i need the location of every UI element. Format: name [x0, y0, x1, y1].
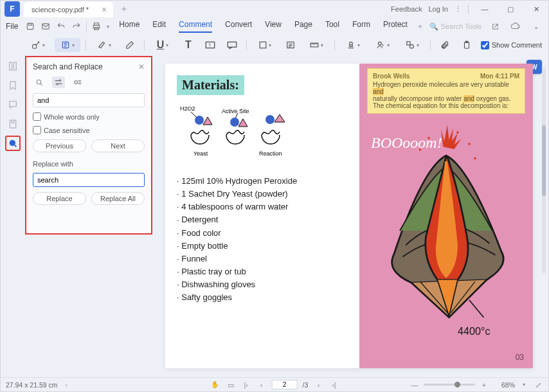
mode-advanced-icon[interactable] [71, 76, 84, 88]
tool-measure[interactable]: ▾ [303, 38, 329, 52]
prev-page-icon[interactable]: ‹ [256, 381, 267, 389]
case-sensitive-label: Case sensitive [44, 127, 90, 134]
rail-bookmarks-icon[interactable] [5, 78, 21, 93]
hand-tool-icon[interactable]: ✋ [210, 380, 221, 389]
maximize-icon[interactable]: ▢ [501, 2, 520, 16]
mode-search-icon[interactable] [33, 76, 46, 88]
login-link[interactable]: Log In [428, 5, 448, 13]
chevron-left-icon[interactable]: ‹ [66, 381, 68, 389]
replace-button[interactable]: Replace [33, 192, 86, 205]
svg-point-30 [230, 118, 239, 127]
show-comment-checkbox[interactable] [481, 41, 489, 49]
next-page-icon[interactable]: › [313, 381, 323, 389]
tool-shape[interactable]: ▾ [252, 38, 278, 52]
menu-home[interactable]: Home [119, 20, 140, 33]
redo-icon[interactable] [69, 19, 84, 33]
tool-clipboard[interactable] [458, 38, 476, 52]
select-tool-icon[interactable]: ▭ [226, 381, 236, 389]
svg-rect-10 [228, 42, 236, 47]
tool-cursor[interactable]: ▾ [25, 38, 51, 52]
scroll-thumb[interactable] [542, 125, 546, 196]
mail-icon[interactable] [39, 19, 53, 33]
minimize-icon[interactable]: — [475, 2, 494, 16]
tool-text[interactable]: T [179, 38, 197, 52]
print-icon[interactable] [89, 19, 104, 33]
zoom-dropdown-icon[interactable]: ▾ [519, 382, 529, 388]
menu-view[interactable]: View [265, 20, 282, 33]
rail-attachments-icon[interactable] [5, 116, 21, 132]
tool-attach[interactable] [436, 38, 454, 52]
scrollbar[interactable] [542, 67, 546, 273]
save-icon[interactable] [23, 19, 37, 33]
zoom-out-icon[interactable]: — [410, 381, 420, 389]
tool-stamp[interactable]: ▾ [340, 38, 366, 52]
chevron-down-icon[interactable]: ⌄ [529, 19, 543, 33]
replace-all-button[interactable]: Replace All [91, 192, 145, 205]
share-link-icon[interactable] [488, 19, 502, 33]
svg-marker-27 [203, 117, 212, 125]
file-menu[interactable]: File [6, 22, 18, 31]
tool-shapes2[interactable]: ▾ [399, 38, 425, 52]
tool-list[interactable] [282, 38, 300, 52]
rail-comments-icon[interactable] [5, 97, 21, 112]
mode-replace-icon[interactable] [52, 76, 65, 88]
feedback-link[interactable]: Feedback [391, 5, 422, 13]
tool-callout[interactable] [223, 38, 241, 52]
panel-close-icon[interactable]: ✕ [138, 62, 145, 71]
left-rail [1, 55, 25, 377]
materials-list: · 125ml 10% Hydrogen Peroxide· 1 Sachet … [177, 175, 350, 304]
menu-page[interactable]: Page [294, 20, 312, 33]
cloud-icon[interactable] [509, 19, 523, 33]
menu-form[interactable]: Form [352, 20, 370, 33]
tool-highlight[interactable]: ▾ [91, 38, 117, 52]
svg-point-32 [266, 115, 274, 124]
rail-thumbnails-icon[interactable] [5, 58, 21, 74]
menu-tool[interactable]: Tool [325, 20, 339, 33]
sticky-note[interactable]: Brook Wells Mon 4:11 PM Hydrogen peroxid… [367, 68, 525, 114]
reaction-diagram: H2O2 Yeast Active Site [177, 103, 350, 162]
menu-comment[interactable]: Comment [179, 20, 212, 33]
case-sensitive-checkbox[interactable] [33, 126, 41, 134]
zoom-thumb[interactable] [455, 382, 460, 388]
fit-width-icon[interactable]: ⤢ [533, 381, 543, 389]
document-tab[interactable]: science-copy.pdf * × [24, 2, 113, 17]
svg-text:T: T [208, 43, 211, 48]
first-page-icon[interactable]: |‹ [241, 381, 251, 389]
kebab-icon[interactable]: ⋮ [455, 5, 462, 13]
sticky-author: Brook Wells [373, 73, 410, 80]
undo-icon[interactable] [54, 19, 68, 33]
page-total: /3 [303, 381, 309, 389]
page-input[interactable] [272, 380, 298, 389]
document-canvas[interactable]: Materials: H2O2 Yeast Active Site [165, 64, 533, 368]
menu-convert[interactable]: Convert [225, 20, 252, 33]
magic-wand-icon[interactable]: ✦ [417, 22, 423, 31]
replace-input[interactable] [33, 173, 145, 187]
tool-sign[interactable]: ▾ [370, 38, 395, 52]
list-item: · Detergent [177, 213, 350, 226]
search-tools-input[interactable]: Search Tools [441, 22, 482, 30]
svg-rect-1 [29, 23, 32, 25]
previous-button[interactable]: Previous [33, 139, 86, 152]
find-input[interactable] [33, 93, 145, 107]
page-right: Brook Wells Mon 4:11 PM Hydrogen peroxid… [359, 64, 533, 368]
zoom-slider[interactable] [424, 384, 475, 386]
tool-textbox[interactable]: T [201, 38, 219, 52]
materials-heading: Materials: [177, 75, 244, 95]
last-page-icon[interactable]: ›| [328, 381, 339, 389]
svg-point-36 [456, 131, 459, 134]
menu-edit[interactable]: Edit [152, 20, 166, 33]
next-button[interactable]: Next [91, 139, 145, 152]
tool-eraser[interactable] [121, 38, 139, 52]
rail-search-icon[interactable] [5, 136, 21, 151]
tool-underline[interactable]: U▾ [150, 38, 176, 52]
close-window-icon[interactable]: ✕ [526, 2, 546, 16]
search-tools-icon: 🔍 [429, 22, 438, 31]
add-tab-icon[interactable]: ＋ [120, 3, 129, 15]
close-tab-icon[interactable]: × [102, 5, 107, 14]
search-replace-panel: Search and Replace ✕ Whole words only Ca… [25, 56, 152, 235]
print-dropdown-icon[interactable]: ▾ [105, 19, 111, 33]
zoom-in-icon[interactable]: + [479, 381, 489, 389]
menu-protect[interactable]: Protect [383, 20, 408, 33]
tool-note[interactable]: ▾ [55, 38, 80, 52]
whole-words-checkbox[interactable] [33, 112, 41, 121]
